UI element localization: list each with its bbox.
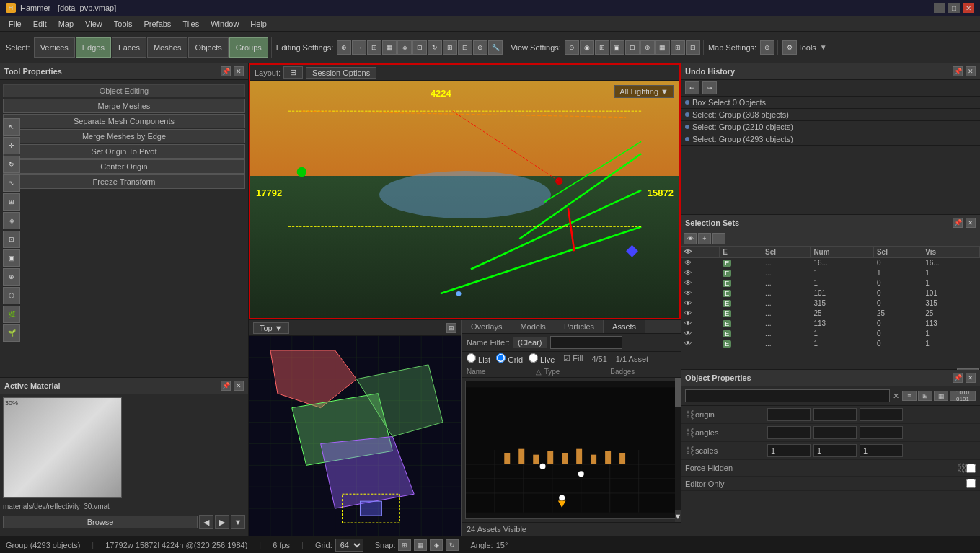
faces-mode-button[interactable]: Faces	[112, 37, 146, 58]
undo-item-3[interactable]: Select: Group (4293 objects)	[681, 133, 980, 146]
sel-row-8[interactable]: 👁 E ... 1 0 1	[681, 339, 980, 349]
view-tool-4[interactable]: ▣	[610, 40, 624, 55]
undo-pin[interactable]: 📌	[953, 66, 963, 76]
tab-particles[interactable]: Particles	[555, 320, 604, 333]
groups-mode-button[interactable]: Groups	[229, 37, 268, 58]
live-radio-label[interactable]: Live	[529, 353, 555, 364]
minimize-button[interactable]: _	[934, 3, 945, 13]
undo-item-1[interactable]: Select: Group (308 objects)	[681, 109, 980, 121]
filter-input[interactable]	[685, 389, 890, 402]
freeze-transform-button[interactable]: Freeze Transform	[3, 174, 245, 189]
active-material-pin[interactable]: 📌	[221, 381, 231, 391]
sel-sets-close[interactable]: ✕	[966, 218, 976, 228]
active-material-controls[interactable]: 📌 ✕	[221, 381, 244, 391]
mat-down-button[interactable]: ▼	[231, 515, 245, 529]
list-radio[interactable]	[467, 353, 476, 363]
undo-item-2[interactable]: Select: Group (2210 objects)	[681, 121, 980, 133]
sel-row-5[interactable]: 👁 E ... 25 25 25	[681, 309, 980, 319]
close-button[interactable]: ✕	[963, 3, 974, 13]
tool-properties-close[interactable]: ✕	[234, 66, 244, 76]
active-material-close[interactable]: ✕	[234, 381, 244, 391]
menu-prefabs[interactable]: Prefabs	[138, 18, 177, 30]
editing-tool-4[interactable]: ▦	[382, 40, 397, 55]
vertices-mode-button[interactable]: Vertices	[34, 37, 75, 58]
object-properties-controls[interactable]: 📌 ✕	[953, 373, 976, 383]
meshes-mode-button[interactable]: Meshes	[147, 37, 188, 58]
view-tool-3[interactable]: ⊞	[595, 40, 609, 55]
viewport-2d-btn1[interactable]: ⊞	[446, 323, 456, 333]
editing-tool-10[interactable]: ⊕	[473, 40, 487, 55]
snap-btn3[interactable]: ◈	[430, 539, 443, 551]
asset-scrollbar[interactable]: ▼	[675, 378, 681, 522]
mat-next-button[interactable]: ▶	[215, 515, 229, 529]
view-tool-5[interactable]: ⊡	[625, 40, 640, 55]
maximize-button[interactable]: □	[948, 3, 960, 13]
origin-z-input[interactable]	[860, 408, 903, 421]
menu-edit[interactable]: Edit	[27, 18, 53, 30]
sel-row-0[interactable]: 👁 E ... 16... 0 16...	[681, 258, 980, 268]
fill-checkbox-area[interactable]: ☑ Fill	[563, 354, 583, 363]
selection-sets-controls[interactable]: 📌 ✕	[953, 218, 976, 228]
set-origin-to-pivot-button[interactable]: Set Origin To Pivot	[3, 144, 245, 159]
merge-meshes-by-edge-button[interactable]: Merge Meshes by Edge	[3, 129, 245, 143]
obj-props-pin[interactable]: 📌	[953, 373, 963, 383]
sel-sets-pin[interactable]: 📌	[953, 218, 963, 228]
clear-filter-button[interactable]: (Clear)	[513, 337, 547, 348]
rotate-tool-icon[interactable]: ↻	[3, 156, 20, 173]
tool9-icon[interactable]: ⊕	[3, 268, 20, 286]
snap-btn1[interactable]: ⊞	[398, 539, 411, 551]
asset-scroll-down[interactable]: ▼	[675, 510, 681, 522]
menu-file[interactable]: File	[3, 18, 27, 30]
grid-value-select[interactable]: 64 32 16 8	[335, 539, 363, 552]
editing-tool-11[interactable]: 🔧	[488, 40, 503, 55]
redo-button[interactable]: ↪	[702, 81, 717, 94]
editing-tool-5[interactable]: ◈	[397, 40, 412, 55]
tool12-icon[interactable]: 🌱	[3, 324, 20, 342]
live-radio[interactable]	[529, 353, 538, 363]
layout-grid-button[interactable]: ⊞	[283, 66, 303, 79]
menu-view[interactable]: View	[79, 18, 108, 30]
edges-mode-button[interactable]: Edges	[76, 37, 111, 58]
sel-row-4[interactable]: 👁 E ... 315 0 315	[681, 298, 980, 309]
tool5-icon[interactable]: ⊞	[3, 193, 20, 211]
sel-row-7[interactable]: 👁 E ... 1 0 1	[681, 329, 980, 339]
scales-chain-icon[interactable]: ⛓	[685, 445, 695, 456]
sel-add-btn[interactable]: +	[698, 233, 711, 244]
sel-row-6[interactable]: 👁 E ... 113 0 113	[681, 319, 980, 329]
sel-eye-btn[interactable]: 👁	[684, 233, 697, 244]
sel-remove-btn[interactable]: -	[712, 233, 725, 244]
view-tool-2[interactable]: ◉	[580, 40, 594, 55]
view-tool-8[interactable]: ⊞	[671, 40, 685, 55]
tool8-icon[interactable]: ▣	[3, 249, 20, 267]
undo-button[interactable]: ↩	[685, 81, 699, 94]
editing-tool-6[interactable]: ⊡	[412, 40, 427, 55]
tab-assets[interactable]: Assets	[604, 320, 645, 333]
list-radio-label[interactable]: List	[467, 353, 490, 364]
viewport-2d-label-button[interactable]: Top ▼	[253, 322, 289, 334]
tab-overlays[interactable]: Overlays	[462, 320, 511, 333]
sel-row-2[interactable]: 👁 E ... 1 0 1	[681, 278, 980, 288]
obj-props-close[interactable]: ✕	[966, 373, 976, 383]
tab-models[interactable]: Models	[511, 320, 555, 333]
grid-radio[interactable]	[496, 353, 506, 363]
titlebar-controls[interactable]: _ □ ✕	[934, 3, 974, 13]
snap-btn4[interactable]: ↻	[446, 539, 459, 551]
editing-tool-7[interactable]: ↻	[428, 40, 442, 55]
editor-only-checkbox[interactable]	[966, 479, 976, 488]
select-tool-icon[interactable]: ↖	[3, 118, 20, 136]
angles-z-input[interactable]	[860, 426, 903, 439]
sel-row-3[interactable]: 👁 E ... 101 0 101	[681, 288, 980, 298]
tool11-icon[interactable]: 🌿	[3, 306, 20, 323]
menu-help[interactable]: Help	[244, 18, 273, 30]
tool6-icon[interactable]: ◈	[3, 212, 20, 229]
editing-tool-1[interactable]: ⊕	[337, 40, 351, 55]
origin-y-input[interactable]	[813, 408, 857, 421]
viewport-2d-controls[interactable]: ⊞	[446, 323, 456, 333]
editing-tool-2[interactable]: ↔	[352, 40, 366, 55]
view-tool-1[interactable]: ⊙	[565, 40, 579, 55]
sel-row-1[interactable]: 👁 E ... 1 1 1	[681, 268, 980, 278]
browse-button[interactable]: Browse	[3, 516, 198, 528]
center-origin-button[interactable]: Center Origin	[3, 159, 245, 174]
editing-tool-9[interactable]: ⊟	[458, 40, 472, 55]
undo-history-controls[interactable]: 📌 ✕	[953, 66, 976, 76]
